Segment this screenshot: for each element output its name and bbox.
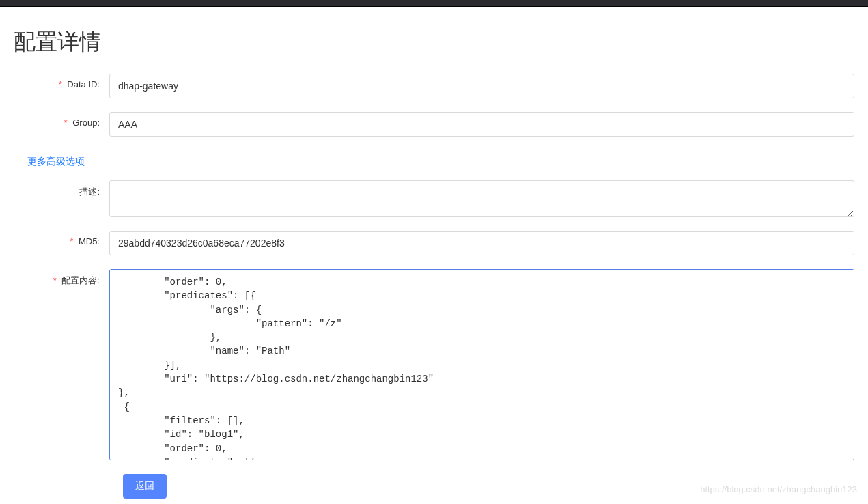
label-md5: * MD5: xyxy=(14,231,109,247)
row-group: * Group: xyxy=(14,112,854,137)
label-data-id: * Data ID: xyxy=(14,74,109,89)
top-bar xyxy=(0,0,868,7)
button-row: 返回 xyxy=(123,474,854,499)
label-description: 描述: xyxy=(14,180,109,198)
md5-input[interactable] xyxy=(109,231,854,255)
label-config-content: * 配置内容: xyxy=(14,269,109,287)
config-content-editor[interactable]: "order": 0, "predicates": [{ "args": { "… xyxy=(109,269,854,460)
main-container: 配置详情 * Data ID: * Group: 更多高级选项 描述: * MD… xyxy=(0,7,868,504)
data-id-input[interactable] xyxy=(109,74,854,98)
label-md5-text: MD5: xyxy=(79,236,100,247)
advanced-options-link[interactable]: 更多高级选项 xyxy=(27,156,85,168)
group-input[interactable] xyxy=(109,112,854,137)
required-star-icon: * xyxy=(64,117,68,128)
description-input[interactable] xyxy=(109,180,854,217)
required-star-icon: * xyxy=(59,79,62,89)
back-button[interactable]: 返回 xyxy=(123,474,167,499)
row-description: 描述: xyxy=(14,180,854,217)
label-config-content-text: 配置内容: xyxy=(61,275,100,285)
label-description-text: 描述: xyxy=(79,186,100,197)
row-config-content: * 配置内容: "order": 0, "predicates": [{ "ar… xyxy=(14,269,854,460)
page-title: 配置详情 xyxy=(14,27,854,57)
row-md5: * MD5: xyxy=(14,231,854,255)
required-star-icon: * xyxy=(53,275,57,285)
label-group: * Group: xyxy=(14,112,109,128)
label-group-text: Group: xyxy=(72,117,100,128)
row-data-id: * Data ID: xyxy=(14,74,854,98)
label-data-id-text: Data ID: xyxy=(67,79,100,89)
required-star-icon: * xyxy=(70,236,73,247)
